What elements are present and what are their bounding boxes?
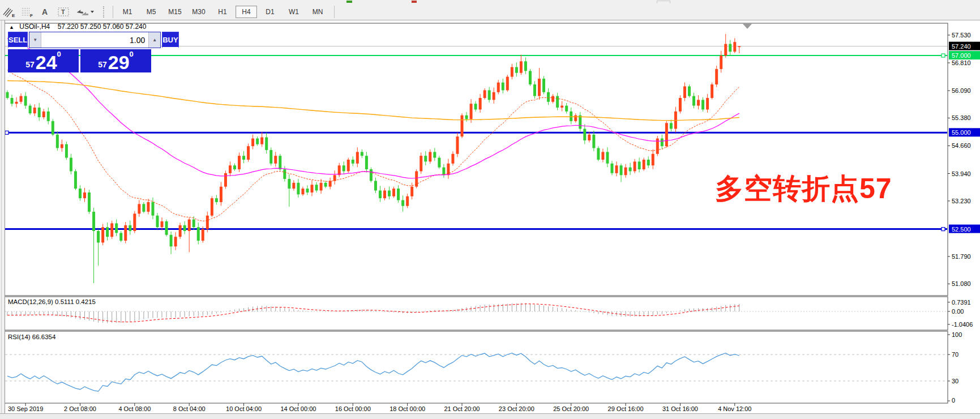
timeframe-m15[interactable]: M15 (164, 6, 186, 18)
svg-text:54.660: 54.660 (952, 142, 971, 149)
svg-text:T: T (61, 8, 65, 15)
indicators-icon[interactable]: E (2, 6, 16, 18)
timeframe-h1[interactable]: H1 (212, 6, 233, 18)
svg-text:30 Sep 2019: 30 Sep 2019 (8, 405, 43, 412)
svg-text:4 Oct 08:00: 4 Oct 08:00 (118, 405, 151, 412)
buy-button[interactable]: BUY (162, 32, 178, 48)
timeframe-h4-selected[interactable]: H4 (236, 6, 257, 18)
sell-button[interactable]: SELL (8, 32, 28, 48)
svg-text:29 Oct 16:00: 29 Oct 16:00 (608, 405, 644, 412)
svg-text:14 Oct 00:00: 14 Oct 00:00 (280, 405, 316, 412)
sell-price-head: 57 (25, 60, 35, 69)
svg-text:55.380: 55.380 (952, 114, 971, 121)
buy-price-display[interactable]: 57 29 0 (80, 49, 151, 72)
grid-snap-icon[interactable]: F (20, 6, 35, 18)
svg-text:25 Oct 20:00: 25 Oct 20:00 (553, 405, 589, 412)
svg-text:0.7391: 0.7391 (952, 299, 971, 306)
bottom-panel-clipped (0, 413, 980, 419)
toolbar-drag-handle[interactable] (103, 6, 107, 18)
svg-text:53.940: 53.940 (952, 170, 971, 177)
ohlc-quote-label: 57.220 57.250 57.060 57.240 (58, 23, 147, 31)
svg-text:-1.0406: -1.0406 (952, 321, 973, 328)
buy-price-sup: 0 (130, 50, 134, 58)
sell-price-display[interactable]: 57 24 0 (8, 49, 79, 72)
toolbar-separator (113, 6, 113, 18)
sell-price-sup: 0 (57, 50, 61, 58)
svg-text:51.080: 51.080 (952, 280, 971, 287)
svg-text:18 Oct 00:00: 18 Oct 00:00 (390, 405, 425, 412)
timeframe-m30[interactable]: M30 (188, 6, 209, 18)
svg-text:23 Oct 20:00: 23 Oct 20:00 (499, 405, 534, 412)
svg-text:56.090: 56.090 (952, 87, 971, 94)
one-click-trading-panel: SELL ▼ ▲ BUY 57 24 0 57 29 0 (8, 32, 153, 72)
toolbar-separator (334, 6, 335, 18)
sell-price-big: 24 (36, 53, 57, 71)
text-box-icon[interactable]: T (56, 6, 71, 18)
svg-text:0: 0 (952, 397, 955, 404)
annotation-text[interactable]: 多空转折点57 (715, 170, 892, 208)
timeframe-mn[interactable]: MN (307, 6, 328, 18)
svg-text:55.000: 55.000 (952, 129, 971, 136)
svg-text:10 Oct 04:00: 10 Oct 04:00 (226, 405, 262, 412)
svg-text:16 Oct 00:00: 16 Oct 00:00 (335, 405, 371, 412)
arrow-objects-icon[interactable] (74, 6, 96, 18)
buy-price-big: 29 (108, 53, 130, 71)
macd-indicator-label: MACD(12,26,9) 0.5111 0.4215 (8, 298, 96, 305)
timeframe-w1[interactable]: W1 (283, 6, 305, 18)
svg-text:21 Oct 20:00: 21 Oct 20:00 (444, 405, 480, 412)
svg-text:51.790: 51.790 (952, 253, 971, 260)
timeframe-m5[interactable]: M5 (140, 6, 162, 18)
volume-increase-button[interactable]: ▲ (148, 32, 160, 48)
svg-text:57.000: 57.000 (952, 52, 971, 59)
buy-price-head: 57 (98, 60, 107, 69)
toolbar: E F A T (0, 3, 980, 20)
svg-text:A: A (42, 7, 48, 16)
svg-text:100: 100 (952, 331, 962, 338)
svg-text:E: E (12, 13, 15, 18)
svg-text:31 Oct 16:00: 31 Oct 16:00 (662, 405, 698, 412)
svg-text:4 Nov 12:00: 4 Nov 12:00 (718, 405, 751, 412)
svg-text:F: F (30, 13, 33, 18)
timeframe-d1[interactable]: D1 (259, 6, 281, 18)
svg-text:2 Oct 08:00: 2 Oct 08:00 (64, 405, 96, 412)
svg-text:52.500: 52.500 (952, 226, 971, 233)
svg-text:56.810: 56.810 (952, 59, 971, 66)
volume-input[interactable] (41, 32, 148, 48)
clipped-icon-red (412, 1, 417, 3)
svg-text:70: 70 (952, 351, 958, 358)
svg-text:57.240: 57.240 (952, 43, 971, 50)
timeframe-m1[interactable]: M1 (117, 6, 138, 18)
dock-splitter[interactable] (0, 0, 5, 419)
volume-decrease-button[interactable]: ▼ (29, 32, 41, 48)
rsi-indicator-label: RSI(14) 66.6354 (8, 334, 55, 340)
svg-text:0.00: 0.00 (952, 308, 964, 315)
svg-text:8 Oct 04:00: 8 Oct 04:00 (173, 405, 206, 412)
trading-terminal: 57.53056.81056.09055.38054.66053.94053.2… (0, 0, 980, 419)
svg-text:57.530: 57.530 (952, 32, 971, 39)
text-label-icon[interactable]: A (38, 6, 53, 18)
chart-title: ▲ USOil-,H4 57.220 57.250 57.060 57.240 (9, 23, 146, 31)
symbol-period-label: USOil-,H4 (19, 23, 50, 31)
svg-text:53.230: 53.230 (952, 198, 971, 204)
collapse-marker-icon[interactable]: ▲ (9, 24, 14, 30)
svg-text:30: 30 (952, 378, 958, 384)
clipped-icon-green (346, 1, 352, 3)
